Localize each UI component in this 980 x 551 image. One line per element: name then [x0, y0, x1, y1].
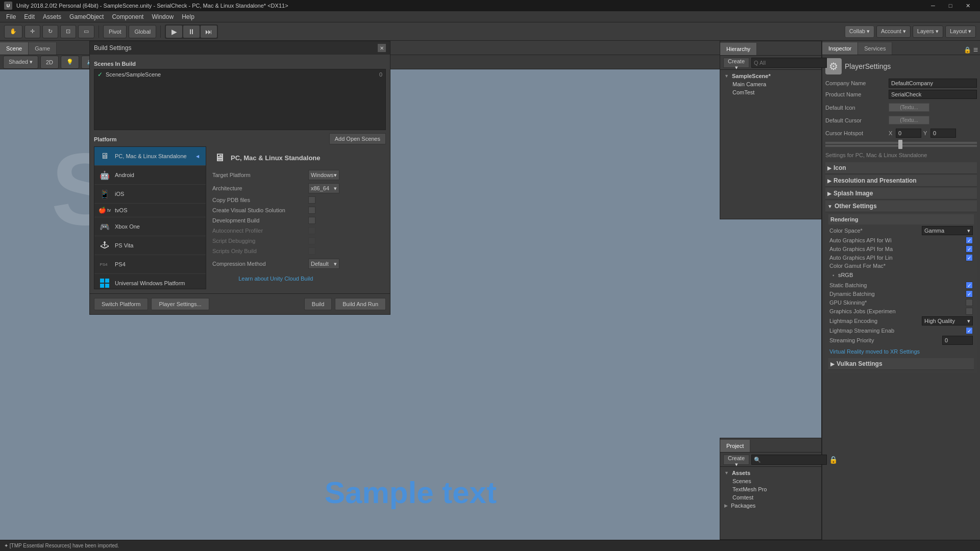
platform-android[interactable]: 🤖 Android — [94, 166, 206, 185]
switch-platform-button[interactable]: Switch Platform — [94, 298, 148, 310]
menu-window[interactable]: Window — [148, 12, 178, 21]
tab-services[interactable]: Services — [858, 42, 892, 55]
rect-tool-button[interactable]: ▭ — [78, 25, 94, 38]
create-vs-checkbox[interactable] — [308, 207, 315, 214]
resolution-section-header[interactable]: ▶ Resolution and Presentation — [825, 175, 977, 187]
scale-tool-button[interactable]: ⊡ — [60, 25, 76, 38]
product-name-input[interactable] — [889, 90, 977, 99]
menu-assets[interactable]: Assets — [39, 12, 65, 21]
other-section-header[interactable]: ▼ Other Settings — [825, 201, 977, 212]
project-packages-folder[interactable]: ▶ Packages — [722, 502, 819, 510]
shaded-dropdown[interactable]: Shaded ▾ — [3, 56, 38, 69]
add-open-scenes-button[interactable]: Add Open Scenes — [329, 133, 386, 144]
icon-section: ▶ Icon — [825, 162, 977, 174]
project-lock-button[interactable]: 🔒 — [829, 456, 838, 464]
tab-project[interactable]: Project — [720, 440, 750, 452]
menu-help[interactable]: Help — [178, 12, 199, 21]
build-and-run-button[interactable]: Build And Run — [335, 298, 386, 310]
project-comtest-folder[interactable]: Comtest — [722, 493, 819, 502]
architecture-dropdown[interactable]: x86_64 ▾ — [308, 183, 339, 193]
menu-file[interactable]: File — [2, 12, 20, 21]
icon-section-header[interactable]: ▶ Icon — [825, 162, 977, 174]
menu-gameobject[interactable]: GameObject — [65, 12, 108, 21]
slider-thumb-2[interactable] — [898, 143, 902, 149]
player-settings-button[interactable]: Player Settings... — [151, 298, 209, 310]
menu-edit[interactable]: Edit — [20, 12, 39, 21]
tab-scene[interactable]: Scene — [0, 42, 29, 55]
static-batching-field: Static Batching ✓ — [828, 282, 974, 289]
inspector-lock-button[interactable]: 🔒 — [964, 46, 971, 54]
platform-ps-vita[interactable]: 🕹 PS Vita — [94, 236, 206, 255]
graphics-jobs-checkbox[interactable] — [966, 308, 973, 315]
lightmap-streaming-checkbox[interactable]: ✓ — [966, 327, 973, 334]
project-scenes-folder[interactable]: Scenes — [722, 477, 819, 485]
auto-graphics-lin-checkbox[interactable]: ✓ — [966, 254, 973, 261]
sample-text-label: Sample text — [325, 475, 497, 510]
auto-graphics-win-checkbox[interactable]: ✓ — [966, 237, 973, 244]
hierarchy-search-input[interactable] — [751, 58, 827, 68]
splash-section-header[interactable]: ▶ Splash Image — [825, 188, 977, 199]
tab-hierarchy[interactable]: Hierarchy — [720, 43, 757, 55]
project-assets-root[interactable]: ▼ Assets — [722, 469, 819, 477]
close-button[interactable]: ✕ — [960, 0, 976, 11]
ps-vita-label: PS Vita — [115, 242, 134, 248]
pause-button[interactable]: ⏸ — [183, 26, 200, 38]
platform-ios[interactable]: 📱 iOS — [94, 185, 206, 204]
step-button[interactable]: ⏭ — [201, 26, 217, 38]
collab-button[interactable]: Collab ▾ — [845, 26, 874, 38]
slider-track-2[interactable] — [825, 145, 977, 147]
maximize-button[interactable]: □ — [942, 0, 959, 11]
svg-rect-4 — [105, 284, 109, 288]
platform-tvos[interactable]: 🍎tv tvOS — [94, 204, 206, 217]
company-name-input[interactable] — [889, 79, 977, 88]
tab-game[interactable]: Game — [29, 42, 57, 55]
cursor-x-input[interactable] — [896, 129, 921, 138]
dynamic-batching-checkbox[interactable]: ✓ — [966, 290, 973, 297]
project-create-button[interactable]: Create ▾ — [723, 455, 749, 465]
pivot-button[interactable]: Pivot — [103, 25, 127, 38]
2d-button[interactable]: 2D — [40, 56, 59, 69]
cloud-build-link[interactable]: Learn about Unity Cloud Build — [238, 276, 313, 282]
tab-inspector[interactable]: Inspector — [822, 42, 858, 55]
platform-ps4[interactable]: PS4 PS4 — [94, 255, 206, 274]
play-button[interactable]: ▶ — [166, 26, 182, 38]
color-gamut-bullet: ▪ — [832, 272, 835, 278]
platform-pc-mac-linux[interactable]: 🖥 PC, Mac & Linux Standalone ◀ — [94, 147, 206, 166]
hand-tool-button[interactable]: ✋ — [4, 25, 22, 38]
hierarchy-scene-root[interactable]: ▼ SampleScene* — [722, 72, 819, 80]
build-settings-close[interactable]: ✕ — [378, 44, 386, 52]
project-search-input[interactable] — [751, 455, 827, 465]
layers-button[interactable]: Layers ▾ — [913, 26, 943, 38]
hierarchy-item-main-camera[interactable]: Main Camera — [722, 80, 819, 88]
global-button[interactable]: Global — [129, 25, 156, 38]
vr-link[interactable]: Virtual Reality moved to XR Settings — [829, 348, 920, 355]
hierarchy-item-comtest[interactable]: ComTest — [722, 88, 819, 96]
gpu-skinning-field: GPU Skinning* — [828, 299, 974, 306]
move-tool-button[interactable]: ✛ — [24, 25, 40, 38]
scene-lighting-button[interactable]: 💡 — [61, 56, 79, 69]
platform-xbox[interactable]: 🎮 Xbox One — [94, 217, 206, 236]
rotate-tool-button[interactable]: ↻ — [42, 25, 58, 38]
menu-component[interactable]: Component — [108, 12, 148, 21]
streaming-priority-input[interactable] — [942, 336, 973, 345]
auto-graphics-lin-label: Auto Graphics API for Lin — [829, 255, 966, 261]
account-button[interactable]: Account ▾ — [876, 26, 911, 38]
build-button[interactable]: Build — [304, 298, 332, 310]
static-batching-checkbox[interactable]: ✓ — [966, 282, 973, 289]
vulkan-section-header[interactable]: ▶ Vulkan Settings — [828, 358, 974, 370]
compression-dropdown[interactable]: Default ▾ — [308, 259, 339, 269]
inspector-menu-button[interactable]: ≡ — [973, 45, 978, 55]
project-textmesh-folder[interactable]: TextMesh Pro — [722, 485, 819, 493]
gpu-skinning-checkbox[interactable] — [966, 299, 973, 306]
cursor-y-input[interactable] — [930, 129, 956, 138]
cursor-hotspot-field: Cursor Hotspot X Y — [825, 127, 977, 140]
copy-pdb-checkbox[interactable] — [308, 196, 315, 204]
minimize-button[interactable]: ─ — [925, 0, 941, 11]
target-platform-dropdown[interactable]: Windows ▾ — [308, 170, 339, 180]
hierarchy-create-button[interactable]: Create ▾ — [723, 58, 749, 68]
splash-section: ▶ Splash Image — [825, 188, 977, 199]
dev-build-checkbox[interactable] — [308, 217, 315, 224]
platform-uwp[interactable]: Universal Windows Platform — [94, 274, 206, 289]
auto-graphics-mac-checkbox[interactable]: ✓ — [966, 245, 973, 253]
layout-button[interactable]: Layout ▾ — [945, 26, 976, 38]
